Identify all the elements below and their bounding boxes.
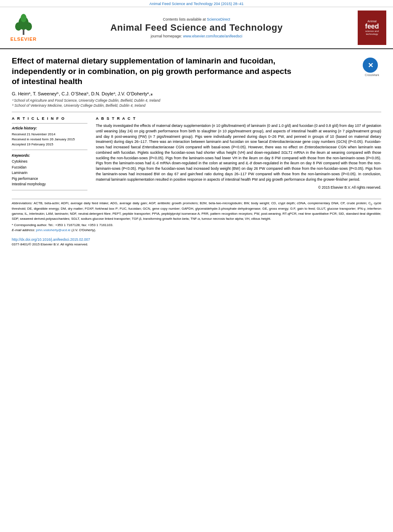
footer-divider: [12, 199, 381, 199]
article-title: Effect of maternal dietary supplementati…: [12, 56, 298, 87]
crossmark-icon: ✕: [363, 58, 378, 73]
authors-line: G. Heimᵃ, T. Sweeneyᵇ, C.J. O’Sheaᵇ, D.N…: [12, 91, 381, 97]
copyright-notice: © 2015 Elsevier B.V. All rights reserved…: [96, 185, 381, 190]
two-column-layout: A R T I C L E I N F O Article history: R…: [12, 116, 381, 193]
keyword-pig-performance: Pig performance: [12, 176, 87, 182]
keyword-laminarin: Laminarin: [12, 170, 87, 176]
keyword-cytokines: Cytokines: [12, 159, 87, 165]
journal-title: Animal Feed Science and Technology: [40, 22, 353, 33]
keywords-label: Keywords:: [12, 153, 87, 158]
revised-date: Received in revised form 26 January 2015: [12, 137, 87, 142]
abstract-column: A B S T R A C T The study investigated t…: [96, 116, 381, 193]
journal-homepage-link[interactable]: www.elsevier.com/locate/anifeedsci: [183, 34, 243, 38]
journal-header: ELSEVIER Contents lists available at Sci…: [0, 7, 393, 49]
info-divider: [12, 123, 87, 124]
abstract-heading: A B S T R A C T: [96, 116, 381, 121]
elsevier-wordmark: ELSEVIER: [11, 37, 37, 42]
end-left-divider: [12, 190, 87, 190]
article-content: Effect of maternal dietary supplementati…: [0, 49, 393, 197]
article-info-column: A R T I C L E I N F O Article history: R…: [12, 116, 87, 193]
crossmark-badge[interactable]: ✕ CrossMark: [363, 58, 381, 76]
journal-citation: Animal Feed Science and Technology 204 (…: [150, 2, 244, 6]
svg-rect-0: [23, 30, 24, 35]
email-suffix: (J.V. O'Doherty).: [71, 228, 96, 232]
doi-link[interactable]: http://dx.doi.org/10.1016/j.anifeedsci.2…: [12, 237, 90, 242]
keyword-intestinal-morphology: Intestinal morphology: [12, 182, 87, 187]
accepted-date: Accepted 19 February 2015: [12, 142, 87, 147]
abbreviations-text: ACTB, beta-actin; ADFI, average daily fe…: [12, 201, 381, 221]
contents-available-line: Contents lists available at ScienceDirec…: [40, 17, 353, 21]
history-label: Article history:: [12, 126, 87, 130]
journal-header-center: Contents lists available at ScienceDirec…: [40, 17, 353, 38]
abbreviations-label: Abbreviations:: [12, 201, 32, 205]
section-divider: [12, 112, 381, 112]
journal-homepage-line: journal homepage: www.elsevier.com/locat…: [40, 34, 353, 38]
affiliation-b: ᵇ School of Veterinary Medicine, Univers…: [12, 103, 381, 108]
email-line: E-mail address: john.vodoherty@ucd.ie (J…: [12, 228, 381, 233]
received-date: Received 21 November 2014: [12, 132, 87, 137]
svg-point-3: [25, 22, 32, 31]
doi-section: http://dx.doi.org/10.1016/j.anifeedsci.2…: [0, 234, 393, 248]
corresponding-author: * Corresponding author. Tel.: +353 1 716…: [12, 223, 381, 228]
article-info-heading: A R T I C L E I N F O: [12, 116, 87, 121]
svg-point-4: [21, 14, 26, 22]
title-row: Effect of maternal dietary supplementati…: [12, 56, 381, 91]
svg-point-2: [15, 22, 22, 31]
affiliation-a: ᵃ School of Agriculture and Food Science…: [12, 98, 381, 103]
keywords-divider: [12, 150, 87, 150]
issn-line: 0377-8401/© 2015 Elsevier B.V. All right…: [12, 242, 381, 246]
abbreviations-section: Abbreviations: ACTB, beta-actin; ADFI, a…: [0, 201, 393, 221]
keyword-fucoidan: Fucoidan: [12, 165, 87, 171]
journal-citation-bar: Animal Feed Science and Technology 204 (…: [0, 0, 393, 7]
sciencedirect-link[interactable]: ScienceDirect: [207, 17, 230, 21]
crossmark-label: CrossMark: [363, 74, 381, 76]
abstract-body: The study investigated the effects of ma…: [96, 123, 381, 182]
author-email-link[interactable]: john.vodoherty@ucd.ie: [36, 228, 71, 232]
footnotes-section: * Corresponding author. Tel.: +353 1 716…: [0, 221, 393, 234]
elsevier-logo: ELSEVIER: [7, 14, 40, 42]
journal-cover-thumbnail: Animal feed science and technology: [358, 11, 386, 45]
email-label: E-mail address:: [12, 228, 35, 232]
